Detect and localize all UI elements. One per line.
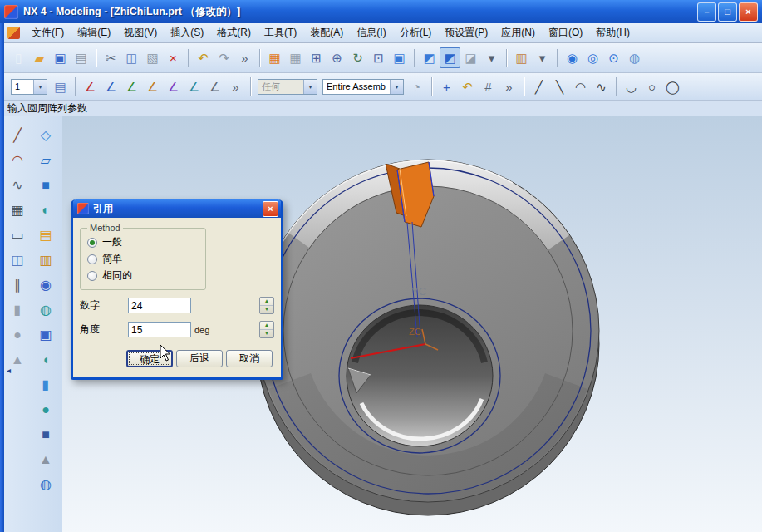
- selection-scope-combo[interactable]: Entire Assemb ▾: [322, 79, 404, 95]
- print-icon[interactable]: ▤ ▾: [71, 47, 91, 68]
- magnifier-icon[interactable]: ◍ ▾: [624, 47, 645, 68]
- point-constructor-icon[interactable]: + ▾: [436, 76, 457, 97]
- circle-tool-icon[interactable]: ○ ▾: [642, 76, 662, 97]
- inferred-line-tool-icon[interactable]: ╲ ▾: [549, 76, 570, 97]
- zoom-window-icon[interactable]: ⊞ ▾: [306, 47, 327, 68]
- maximize-button[interactable]: □: [718, 2, 737, 22]
- gear-model[interactable]: [257, 160, 599, 515]
- radio-general[interactable]: 一般: [87, 235, 199, 249]
- wcs-set-icon[interactable]: ∠ ▾: [163, 76, 184, 97]
- delete-icon[interactable]: × ▾: [163, 47, 184, 68]
- cancel-button[interactable]: 取消: [226, 350, 273, 367]
- sphere-primitive-icon[interactable]: ●: [35, 399, 57, 421]
- block-primitive-icon[interactable]: ■: [35, 424, 57, 446]
- menu-help[interactable]: 帮助(H): [589, 23, 637, 42]
- revolve-icon[interactable]: ◐: [35, 200, 57, 221]
- close-button[interactable]: ×: [739, 2, 758, 22]
- refresh-view-icon[interactable]: ↻ ▾: [347, 47, 368, 68]
- sphere-tool-icon[interactable]: ●: [7, 324, 28, 346]
- line-tool-icon[interactable]: ╱ ▾: [528, 76, 549, 97]
- new-window-icon[interactable]: ▣ ▾: [389, 47, 410, 68]
- snap-settings-icon[interactable]: # ▾: [478, 76, 499, 97]
- back-button[interactable]: 后退: [176, 350, 223, 367]
- wcs-rotate-icon[interactable]: ∠ ▾: [121, 76, 142, 97]
- circle-center-tool-icon[interactable]: ◯ ▾: [662, 76, 683, 97]
- selection-highlight-icon[interactable]: ◔ ▾: [406, 76, 427, 97]
- new-file-icon[interactable]: ▯ ▾: [8, 47, 29, 68]
- sketch-icon[interactable]: ▱: [35, 150, 57, 171]
- pocket-feature-icon[interactable]: ▣: [35, 324, 57, 346]
- profile-line-icon[interactable]: ╱: [7, 125, 28, 146]
- menu-view[interactable]: 视图(V): [117, 23, 164, 42]
- datum-plane-icon[interactable]: ◇: [35, 125, 57, 146]
- toolbar-overflow-icon[interactable]: » ▾: [225, 76, 246, 97]
- window-titlebar[interactable]: NX 4 - Modeling - [ZhiChiLun.prt （修改的）] …: [0, 0, 762, 23]
- snap-point-icon[interactable]: ▦ ▾: [264, 47, 285, 68]
- menu-preferences[interactable]: 预设置(P): [438, 23, 494, 42]
- pan-view-icon[interactable]: ◉ ▾: [562, 47, 583, 68]
- fit-view-icon[interactable]: ⊡ ▾: [368, 47, 389, 68]
- radio-identical[interactable]: 相同的: [87, 268, 199, 283]
- menu-insert[interactable]: 插入(S): [164, 23, 210, 42]
- spin-down-icon[interactable]: ▼: [260, 306, 273, 313]
- pattern-grid-icon[interactable]: ▦: [7, 200, 28, 221]
- menu-format[interactable]: 格式(R): [210, 23, 258, 42]
- chevron-down-icon[interactable]: ▾: [303, 80, 317, 94]
- dialog-titlebar[interactable]: 引用 ×: [73, 200, 281, 218]
- selection-filter-combo[interactable]: 任何 ▾: [258, 79, 317, 95]
- view-style-dropdown-icon[interactable]: ▾ ▾: [481, 47, 502, 68]
- spline-tool-icon[interactable]: ∿ ▾: [591, 76, 612, 97]
- shaded-view-icon[interactable]: ◩ ▾: [419, 47, 440, 68]
- chevron-down-icon[interactable]: ▾: [33, 80, 47, 94]
- menu-file[interactable]: 文件(F): [25, 23, 71, 42]
- menu-window[interactable]: 窗口(O): [542, 23, 589, 42]
- wireframe-view-icon[interactable]: ◪ ▾: [460, 47, 481, 68]
- close-icon[interactable]: ×: [263, 201, 278, 217]
- arc-center-tool-icon[interactable]: ◡ ▾: [621, 76, 642, 97]
- cylinder-tool-icon[interactable]: ▮: [7, 299, 28, 321]
- spin-up-icon[interactable]: ▲: [260, 322, 273, 330]
- cylinder-primitive-icon[interactable]: ▮: [35, 374, 57, 396]
- blend-feature-icon[interactable]: ◖: [35, 349, 57, 371]
- arc-curve-icon[interactable]: ◠: [7, 150, 28, 171]
- reset-orientation-icon[interactable]: ↶ ▾: [457, 76, 478, 97]
- redo-icon[interactable]: ↷ ▾: [214, 47, 234, 68]
- layer-settings-icon[interactable]: ▤ ▾: [50, 76, 71, 97]
- offset-curve-icon[interactable]: ∥: [7, 274, 28, 296]
- menu-application[interactable]: 应用(N): [494, 23, 542, 42]
- hole-feature-icon[interactable]: ◉: [35, 274, 57, 296]
- field-input[interactable]: [128, 322, 191, 337]
- clip-section-icon[interactable]: ▥ ▾: [511, 47, 532, 68]
- catalog-book-icon[interactable]: ▤: [35, 224, 57, 246]
- layer-combo[interactable]: 1 ▾: [11, 79, 47, 95]
- spline-curve-icon[interactable]: ∿: [7, 175, 28, 196]
- paste-icon[interactable]: ▧ ▾: [142, 47, 163, 68]
- zoom-view-icon[interactable]: ⊙ ▾: [603, 47, 624, 68]
- reference-book-icon[interactable]: ▥: [35, 249, 57, 271]
- mirror-curve-icon[interactable]: ◫: [7, 249, 28, 271]
- spinner-buttons[interactable]: ▲ ▼: [259, 297, 274, 314]
- menu-assemblies[interactable]: 装配(A): [303, 23, 350, 42]
- cut-icon[interactable]: ✂ ▾: [101, 47, 121, 68]
- wcs-save-icon[interactable]: ∠ ▾: [204, 76, 225, 97]
- toolbar-overflow-icon[interactable]: » ▾: [234, 47, 255, 68]
- shaded-edges-view-icon[interactable]: ◩ ▾: [440, 47, 460, 68]
- menu-information[interactable]: 信息(I): [350, 23, 392, 42]
- arc-tool-icon[interactable]: ◠ ▾: [570, 76, 591, 97]
- unite-boolean-icon[interactable]: ◍: [35, 474, 57, 495]
- field-input[interactable]: [128, 298, 191, 313]
- zoom-in-icon[interactable]: ⊕ ▾: [327, 47, 347, 68]
- extrude-icon[interactable]: ■: [35, 175, 57, 196]
- toolbar-overflow-icon[interactable]: » ▾: [499, 76, 519, 97]
- ok-button[interactable]: 确定: [126, 350, 173, 367]
- spin-down-icon[interactable]: ▼: [260, 330, 273, 337]
- wcs-dynamics-icon[interactable]: ∠ ▾: [80, 76, 101, 97]
- menu-edit[interactable]: 编辑(E): [71, 23, 117, 42]
- chevron-down-icon[interactable]: ▾: [390, 80, 403, 94]
- minimize-button[interactable]: －: [697, 2, 716, 22]
- rectangle-curve-icon[interactable]: ▭: [7, 224, 28, 246]
- radio-simple[interactable]: 简单: [87, 252, 199, 266]
- cone-primitive-icon[interactable]: ▲: [35, 449, 57, 470]
- wcs-orient-icon[interactable]: ∠ ▾: [142, 76, 163, 97]
- wcs-origin-icon[interactable]: ∠ ▾: [101, 76, 121, 97]
